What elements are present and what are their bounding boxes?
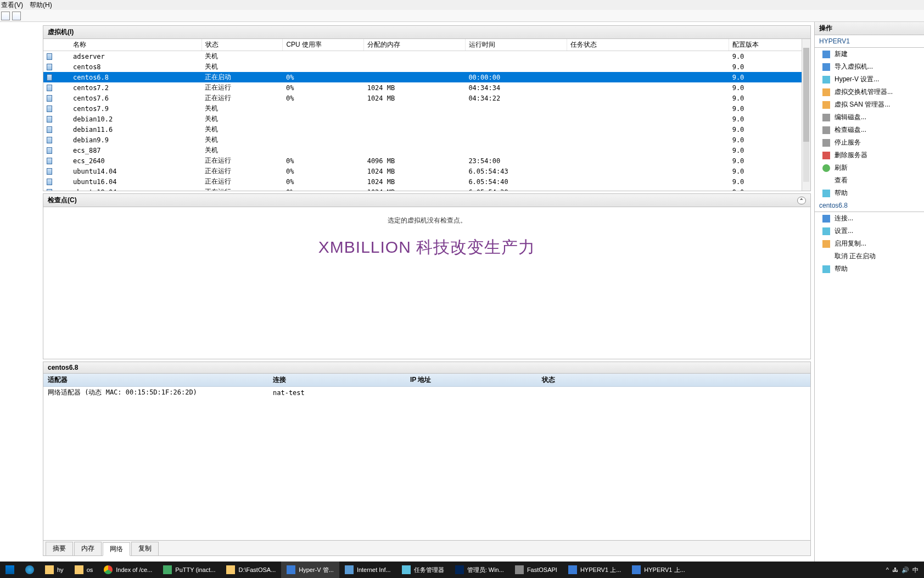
table-row[interactable]: ubuntu16.04正在运行0%1024 MB6.05:54:409.0 — [43, 176, 810, 187]
menu-help[interactable]: 帮助(H) — [30, 1, 52, 10]
action-label: 停止服务 — [835, 138, 861, 147]
table-row[interactable]: ubuntu18.04正在运行0%1024 MB6.05:54:389.0 — [43, 187, 810, 191]
action-label: 编辑磁盘... — [835, 113, 866, 122]
table-row[interactable]: debian10.2关机9.0 — [43, 114, 810, 124]
table-row[interactable]: adserver关机9.0 — [43, 51, 810, 62]
detail-col-header[interactable]: 连接 — [268, 374, 406, 387]
action-icon — [822, 63, 830, 71]
action-编辑磁盘...[interactable]: 编辑磁盘... — [815, 111, 924, 124]
action-icon — [822, 227, 830, 235]
table-row[interactable]: ecs_2640正在运行0%4096 MB23:54:009.0 — [43, 155, 810, 166]
menubar: 查看(V) 帮助(H) — [0, 0, 924, 10]
action-label: 导入虚拟机... — [835, 62, 873, 71]
action-删除服务器[interactable]: 删除服务器 — [815, 149, 924, 162]
action-icon — [822, 190, 830, 197]
table-row[interactable]: ubuntu14.04正在运行0%1024 MB6.05:54:439.0 — [43, 166, 810, 176]
checkpoints-title: 检查点(C) — [48, 196, 77, 205]
toolbar-icon-1[interactable] — [1, 12, 10, 20]
action-检查磁盘...[interactable]: 检查磁盘... — [815, 124, 924, 136]
action-icon — [822, 114, 830, 121]
action-icon — [822, 253, 830, 260]
action-label: 检查磁盘... — [835, 125, 866, 135]
vm-icon — [47, 105, 52, 112]
vm-table: 名称状态CPU 使用率分配的内存运行时间任务状态配置版本 adserver关机9… — [43, 39, 810, 191]
vm-panel: 虚拟机(I) 名称状态CPU 使用率分配的内存运行时间任务状态配置版本 adse… — [43, 25, 811, 191]
detail-col-header[interactable]: 状态 — [537, 374, 810, 387]
action-icon — [822, 215, 830, 223]
action-label: 新建 — [835, 49, 848, 59]
action-虚拟 SAN 管理器...[interactable]: 虚拟 SAN 管理器... — [815, 98, 924, 111]
action-label: 帮助 — [835, 264, 848, 274]
vm-col-header[interactable]: 名称 — [70, 39, 201, 51]
action-Hyper-V 设置...[interactable]: Hyper-V 设置... — [815, 73, 924, 86]
table-row[interactable]: 网络适配器 (动态 MAC: 00:15:5D:1F:26:2D)nat-tes… — [43, 387, 810, 399]
vm-icon — [47, 85, 52, 91]
action-启用复制...[interactable]: 启用复制... — [815, 237, 924, 250]
action-刷新[interactable]: 刷新 — [815, 162, 924, 174]
action-icon — [822, 51, 830, 58]
vm-scrollbar[interactable] — [802, 39, 810, 191]
action-icon — [822, 88, 830, 96]
action-连接...[interactable]: 连接... — [815, 212, 924, 225]
vm-panel-header: 虚拟机(I) — [43, 26, 810, 39]
detail-tabs: 摘要内存网络复制 — [43, 540, 810, 555]
no-checkpoints-text: 选定的虚拟机没有检查点。 — [388, 216, 467, 225]
menu-view[interactable]: 查看(V) — [1, 1, 23, 10]
vm-col-header[interactable]: 状态 — [201, 39, 283, 51]
actions-pane: 操作 HYPERV1 新建导入虚拟机...Hyper-V 设置...虚拟交换机管… — [814, 22, 924, 562]
action-label: 刷新 — [835, 163, 848, 173]
collapse-icon[interactable]: ⌃ — [797, 197, 806, 204]
action-查看[interactable]: 查看 — [815, 174, 924, 187]
action-虚拟交换机管理器...[interactable]: 虚拟交换机管理器... — [815, 86, 924, 98]
table-row[interactable]: centos6.8正在启动0%00:00:009.0 — [43, 72, 810, 82]
vm-icon — [47, 74, 52, 81]
detail-tab-网络[interactable]: 网络 — [103, 542, 130, 556]
table-row[interactable]: centos7.9关机9.0 — [43, 103, 810, 114]
action-停止服务[interactable]: 停止服务 — [815, 136, 924, 149]
table-row[interactable]: debian11.6关机9.0 — [43, 124, 810, 135]
table-row[interactable]: debian9.9关机9.0 — [43, 135, 810, 145]
action-icon — [822, 126, 830, 134]
detail-panel-title: centos6.8 — [43, 362, 810, 374]
action-icon — [822, 177, 830, 185]
detail-panel: centos6.8 适配器连接IP 地址状态 网络适配器 (动态 MAC: 00… — [43, 362, 811, 556]
table-row[interactable]: centos8关机9.0 — [43, 62, 810, 72]
table-row[interactable]: ecs_887关机9.0 — [43, 145, 810, 155]
toolbar — [0, 10, 924, 22]
action-label: Hyper-V 设置... — [835, 75, 879, 84]
detail-col-header[interactable]: 适配器 — [43, 374, 268, 387]
detail-tab-摘要[interactable]: 摘要 — [46, 542, 73, 555]
vm-icon — [47, 53, 52, 60]
actions-vm-section: centos6.8 — [815, 199, 924, 212]
action-label: 删除服务器 — [835, 151, 867, 160]
detail-tab-内存[interactable]: 内存 — [74, 542, 102, 555]
scroll-thumb[interactable] — [803, 48, 809, 142]
vm-icon — [47, 95, 52, 102]
vm-col-header[interactable]: 运行时间 — [465, 39, 567, 51]
vm-icon — [47, 64, 52, 70]
detail-tab-复制[interactable]: 复制 — [131, 542, 159, 555]
watermark-text: XMBILLION 科技改变生产力 — [318, 236, 535, 259]
detail-col-header[interactable]: IP 地址 — [406, 374, 537, 387]
action-icon — [822, 152, 830, 159]
table-row[interactable]: centos7.2正在运行0%1024 MB04:34:349.0 — [43, 82, 810, 93]
action-帮助[interactable]: 帮助 — [815, 263, 924, 275]
vm-col-header[interactable]: 分配的内存 — [364, 39, 466, 51]
toolbar-icon-2[interactable] — [12, 12, 21, 20]
action-新建[interactable]: 新建 — [815, 48, 924, 60]
action-帮助[interactable]: 帮助 — [815, 187, 924, 199]
vm-col-header[interactable] — [43, 39, 70, 51]
action-icon — [822, 101, 830, 109]
vm-col-header[interactable]: 任务状态 — [567, 39, 729, 51]
vm-col-header[interactable]: CPU 使用率 — [283, 39, 364, 51]
action-icon — [822, 76, 830, 84]
action-设置...[interactable]: 设置... — [815, 225, 924, 237]
checkpoints-panel: 检查点(C) ⌃ 选定的虚拟机没有检查点。 XMBILLION 科技改变生产力 — [43, 193, 811, 359]
action-icon — [822, 139, 830, 147]
vm-col-header[interactable]: 配置版本 — [729, 39, 810, 51]
action-导入虚拟机...[interactable]: 导入虚拟机... — [815, 60, 924, 73]
action-icon — [822, 164, 830, 172]
action-label: 启用复制... — [835, 239, 866, 248]
action-取消 正在启动[interactable]: 取消 正在启动 — [815, 250, 924, 263]
table-row[interactable]: centos7.6正在运行0%1024 MB04:34:229.0 — [43, 93, 810, 103]
